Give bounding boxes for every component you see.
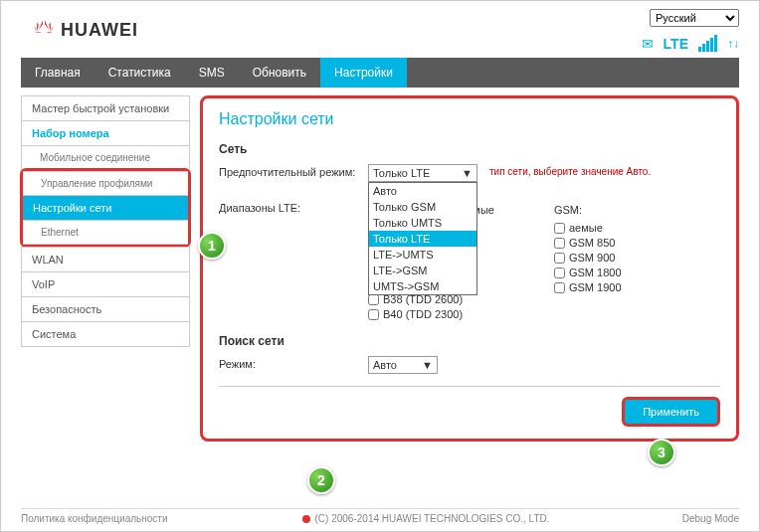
annotation-2: 2	[307, 466, 335, 494]
annotation-1: 1	[198, 232, 226, 260]
sidebar-wizard[interactable]: Мастер быстрой установки	[21, 95, 190, 120]
mode-option-gsm[interactable]: Только GSM	[369, 199, 476, 215]
hint-text: тип сети, выберите значение Авто.	[489, 166, 651, 177]
search-section-title: Поиск сети	[219, 334, 720, 348]
sidebar: Мастер быстрой установки Набор номера Мо…	[21, 95, 190, 442]
gsm-all[interactable]: аемые	[554, 222, 622, 234]
header: HUAWEI Русский ✉ LTE ↑↓	[1, 1, 759, 58]
huawei-logo-icon	[31, 18, 57, 44]
sidebar-profiles[interactable]: Управление профилями	[23, 171, 188, 195]
footer: Политика конфиденциальности (C) 2006-201…	[21, 508, 739, 525]
status-icons: ✉ LTE ↑↓	[642, 35, 739, 52]
top-nav: Главная Статистика SMS Обновить Настройк…	[21, 58, 739, 88]
logo: HUAWEI	[31, 18, 138, 44]
page-title: Настройки сети	[219, 110, 720, 128]
divider	[219, 386, 720, 387]
network-section-title: Сеть	[219, 142, 720, 156]
annotation-3: 3	[648, 439, 675, 466]
mode-option-umts[interactable]: Только UMTS	[369, 215, 476, 231]
sidebar-wlan[interactable]: WLAN	[21, 247, 190, 271]
updown-icon: ↑↓	[727, 37, 739, 51]
nav-update[interactable]: Обновить	[239, 58, 320, 88]
sidebar-voip[interactable]: VoIP	[21, 271, 190, 296]
pref-mode-select[interactable]: Только LTE▼	[368, 164, 477, 182]
footer-privacy[interactable]: Политика конфиденциальности	[21, 513, 168, 525]
chevron-down-icon: ▼	[462, 167, 473, 179]
footer-copyright: (C) 2006-2014 HUAWEI TECHNOLOGIES CO., L…	[300, 513, 550, 525]
sidebar-ethernet[interactable]: Ethernet	[23, 220, 188, 245]
pref-mode-dropdown: Авто Только GSM Только UMTS Только LTE L…	[368, 182, 477, 295]
mode-option-umts-gsm[interactable]: UMTS->GSM	[369, 278, 476, 294]
sidebar-system[interactable]: Система	[21, 321, 190, 347]
band-b40[interactable]: B40 (TDD 2300)	[368, 308, 494, 320]
mode-option-auto[interactable]: Авто	[369, 183, 476, 199]
sidebar-security[interactable]: Безопасность	[21, 296, 190, 321]
search-mode-label: Режим:	[219, 356, 368, 370]
mode-option-lte-umts[interactable]: LTE->UMTS	[369, 247, 476, 263]
sidebar-network[interactable]: Настройки сети	[23, 195, 188, 220]
gsm-900[interactable]: GSM 900	[554, 252, 622, 264]
huawei-logo-icon	[300, 513, 312, 525]
sidebar-mobile[interactable]: Мобильное соединение	[21, 145, 190, 169]
mode-option-lte-gsm[interactable]: LTE->GSM	[369, 263, 476, 278]
pref-mode-label: Предпочтительный режим:	[219, 164, 368, 178]
gsm-1800[interactable]: GSM 1800	[554, 266, 622, 278]
content-panel: Настройки сети Сеть Предпочтительный реж…	[200, 95, 739, 442]
sidebar-dialup[interactable]: Набор номера	[21, 120, 190, 145]
gsm-1900[interactable]: GSM 1900	[554, 281, 622, 293]
mail-icon[interactable]: ✉	[642, 36, 654, 52]
nav-settings[interactable]: Настройки	[320, 58, 407, 88]
lte-bands-label: Диапазоны LTE:	[219, 200, 368, 214]
mode-option-lte[interactable]: Только LTE	[369, 231, 476, 247]
nav-sms[interactable]: SMS	[185, 58, 239, 88]
signal-icon	[698, 35, 717, 52]
brand-text: HUAWEI	[61, 20, 138, 41]
chevron-down-icon: ▼	[422, 359, 433, 371]
search-mode-select[interactable]: Авто▼	[368, 356, 438, 374]
nav-home[interactable]: Главная	[21, 58, 95, 88]
nav-stats[interactable]: Статистика	[95, 58, 185, 88]
gsm-850[interactable]: GSM 850	[554, 237, 622, 249]
lte-label: LTE	[664, 36, 688, 52]
apply-button[interactable]: Применить	[622, 397, 720, 427]
language-select[interactable]: Русский	[650, 9, 739, 27]
footer-debug[interactable]: Debug Mode	[682, 513, 739, 525]
gsm-label: GSM:	[554, 204, 622, 216]
svg-point-0	[302, 515, 310, 523]
